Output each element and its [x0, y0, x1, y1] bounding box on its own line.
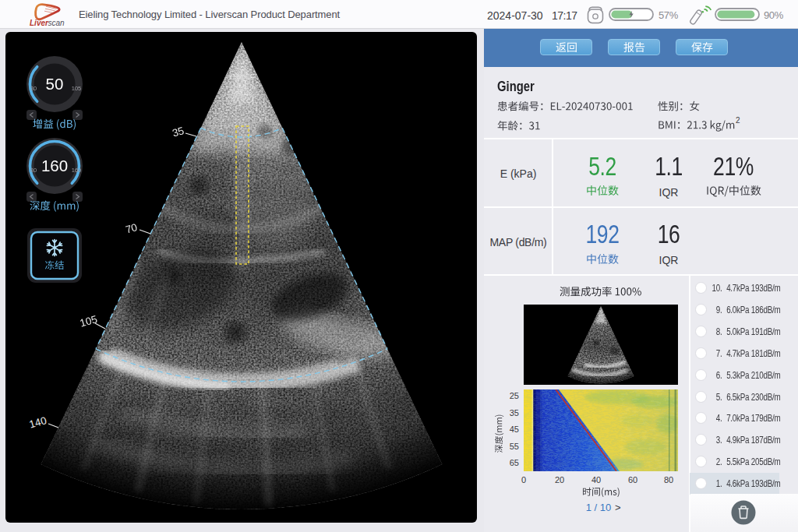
svg-text:Liver: Liver — [30, 19, 49, 27]
svg-text:30: 30 — [30, 85, 37, 92]
svg-text:160: 160 — [41, 157, 68, 174]
svg-text:140: 140 — [28, 414, 48, 431]
svg-text:scan: scan — [48, 19, 65, 27]
svg-text:105: 105 — [79, 313, 99, 329]
svg-text:50: 50 — [46, 75, 64, 93]
svg-text:105: 105 — [72, 85, 82, 92]
svg-text:35: 35 — [171, 125, 185, 139]
svg-text:80: 80 — [30, 167, 37, 174]
svg-text:160: 160 — [72, 167, 82, 174]
svg-text:70: 70 — [124, 221, 139, 236]
